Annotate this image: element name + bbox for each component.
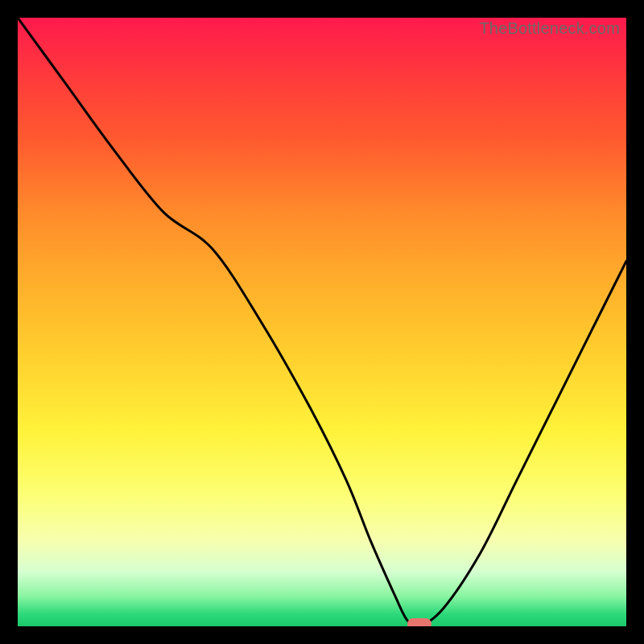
chart-frame: TheBottleneck.com [0,0,644,644]
bottleneck-curve [18,18,626,626]
plot-area: TheBottleneck.com [18,18,626,626]
watermark-text: TheBottleneck.com [479,19,620,38]
optimal-marker [407,618,431,626]
